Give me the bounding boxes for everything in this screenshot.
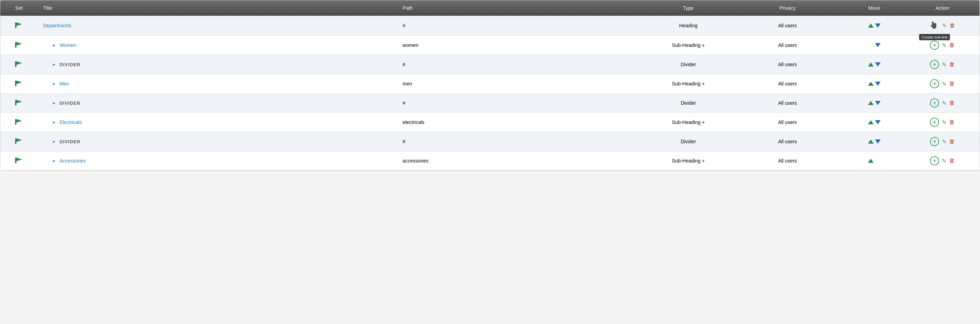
type-cell: Sub-Heading + [645, 74, 732, 94]
path-cell: women [397, 36, 645, 55]
move-up-button[interactable] [868, 62, 873, 67]
delete-button[interactable]: 🗑 [949, 42, 955, 48]
title-cell: ►Accessories [37, 151, 397, 171]
move-cell [843, 113, 905, 132]
delete-button[interactable]: 🗑 [949, 158, 955, 164]
move-up-button[interactable] [868, 101, 873, 105]
move-cell [843, 94, 905, 113]
col-header-type: Type [645, 0, 732, 16]
set-cell [0, 94, 37, 113]
delete-button[interactable]: 🗑 [949, 100, 955, 106]
delete-button[interactable]: 🗑 [949, 119, 955, 125]
col-header-path: Path [397, 0, 645, 16]
title-link[interactable]: Departments [43, 23, 71, 29]
delete-button[interactable]: 🗑 [949, 61, 955, 68]
privacy-cell: All users [732, 113, 843, 132]
flag-icon [15, 120, 23, 126]
action-cell: + ✎ 🗑 [905, 151, 980, 171]
svg-rect-10 [15, 119, 16, 125]
set-cell [0, 74, 37, 94]
chevron-right-icon: ► [52, 81, 56, 86]
delete-button[interactable]: 🗑 [949, 81, 955, 87]
create-sublink-button[interactable] [930, 21, 939, 30]
delete-button[interactable]: 🗑 [949, 138, 955, 145]
col-header-set: Set [0, 0, 37, 16]
move-down-button[interactable] [875, 24, 881, 28]
svg-marker-1 [16, 22, 22, 26]
set-cell [0, 151, 37, 171]
privacy-cell: All users [732, 151, 843, 171]
add-sublink-button[interactable]: + [930, 137, 939, 146]
add-sublink-button[interactable]: + [930, 99, 939, 107]
type-cell: Sub-Heading + [645, 151, 732, 171]
move-down-button[interactable] [875, 62, 881, 67]
privacy-cell: All users [732, 94, 843, 113]
add-sublink-button[interactable]: + [930, 156, 939, 165]
svg-marker-7 [16, 81, 22, 84]
action-cell: + ✎ 🗑 [905, 55, 980, 74]
move-cell [843, 55, 905, 74]
title-link[interactable]: Electricals [59, 120, 82, 125]
title-link[interactable]: Men [59, 81, 69, 86]
add-sublink-button[interactable]: + [930, 118, 939, 127]
move-up-button[interactable] [868, 139, 873, 144]
divider-label: DIVIDER [59, 101, 81, 106]
title-cell: ►DIVIDER [37, 55, 397, 74]
add-sublink-button[interactable]: + [930, 60, 939, 69]
move-cell [843, 16, 905, 36]
type-cell: Sub-Heading + [645, 36, 732, 55]
edit-button[interactable]: ✎ [942, 42, 947, 49]
type-cell: Divider [645, 132, 732, 151]
privacy-cell: All users [732, 132, 843, 151]
add-sublink-button[interactable]: + [930, 79, 939, 88]
edit-button[interactable]: ✎ [942, 158, 947, 164]
title-link[interactable]: Women [59, 42, 76, 48]
svg-rect-8 [15, 100, 16, 105]
title-cell: ►Electricals [37, 113, 397, 132]
flag-icon [15, 101, 23, 107]
chevron-right-icon: ► [52, 101, 56, 105]
action-cell: + ✎ 🗑 [905, 36, 980, 55]
col-header-move: Move [843, 0, 905, 16]
path-cell: # [397, 16, 645, 36]
edit-button[interactable]: ✎ [942, 61, 947, 68]
move-down-button[interactable] [875, 43, 881, 47]
move-up-button[interactable] [868, 24, 873, 28]
flag-icon [15, 159, 23, 164]
col-header-action: Action [905, 0, 980, 16]
edit-button[interactable]: ✎ [942, 100, 947, 107]
set-cell [0, 113, 37, 132]
edit-button[interactable]: ✎ [942, 119, 947, 126]
add-sublink-button[interactable]: + [930, 41, 939, 50]
action-cell: Create sub-link ✎ 🗑 [905, 16, 980, 36]
type-cell: Sub-Heading + [645, 113, 732, 132]
type-cell: Divider [645, 94, 732, 113]
move-down-button[interactable] [875, 139, 881, 144]
edit-button[interactable]: ✎ [942, 81, 947, 87]
privacy-cell: All users [732, 36, 843, 55]
svg-rect-14 [15, 158, 16, 163]
move-up-button[interactable] [868, 81, 873, 86]
delete-button[interactable]: 🗑 [950, 22, 955, 29]
action-cell: + ✎ 🗑 [905, 94, 980, 113]
privacy-cell: All users [732, 16, 843, 36]
edit-button[interactable]: ✎ [942, 138, 947, 145]
chevron-right-icon: ► [52, 120, 56, 124]
set-cell [0, 36, 37, 55]
action-cell: + ✎ 🗑 [905, 74, 980, 94]
svg-marker-15 [16, 158, 22, 161]
title-cell: ►Women [37, 36, 397, 55]
move-down-button[interactable] [875, 81, 881, 86]
move-down-button[interactable] [875, 101, 881, 105]
move-up-button[interactable] [868, 159, 873, 163]
move-down-button[interactable] [875, 120, 881, 124]
svg-rect-12 [15, 138, 16, 144]
svg-rect-4 [15, 61, 16, 67]
move-up-button[interactable] [868, 120, 873, 124]
title-cell: ►DIVIDER [37, 132, 397, 151]
edit-button[interactable]: ✎ [942, 22, 947, 29]
move-cell [843, 36, 905, 55]
title-cell: Departments [37, 16, 397, 36]
privacy-cell: All users [732, 74, 843, 94]
title-link[interactable]: Accessories [59, 158, 86, 164]
